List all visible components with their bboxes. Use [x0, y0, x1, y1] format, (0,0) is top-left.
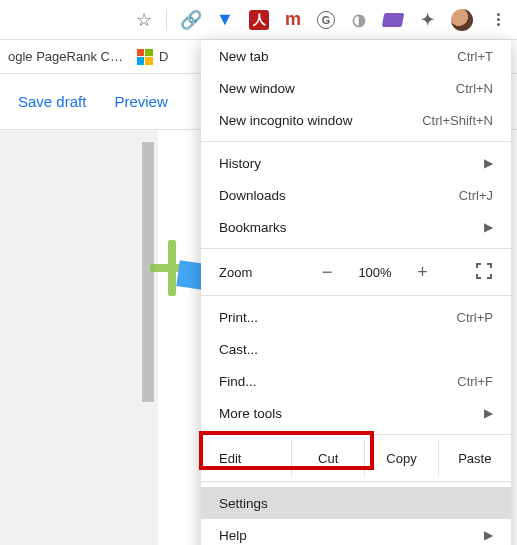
menu-history[interactable]: History ▶ — [201, 147, 511, 179]
bookmark-label: ogle PageRank C… — [8, 49, 123, 64]
menu-incognito[interactable]: New incognito window Ctrl+Shift+N — [201, 104, 511, 136]
zoom-in-button[interactable]: + — [414, 262, 432, 283]
menu-print[interactable]: Print... Ctrl+P — [201, 301, 511, 333]
menu-label: Downloads — [219, 188, 286, 203]
menu-label: New incognito window — [219, 113, 353, 128]
toolbar-separator — [166, 9, 167, 31]
chevron-right-icon: ▶ — [484, 156, 493, 170]
menu-help[interactable]: Help ▶ — [201, 519, 511, 545]
menu-separator — [201, 434, 511, 435]
menu-shortcut: Ctrl+Shift+N — [422, 113, 493, 128]
menu-label: Print... — [219, 310, 258, 325]
menu-separator — [201, 481, 511, 482]
bookmark-star-icon[interactable]: ☆ — [136, 9, 152, 31]
menu-label: New tab — [219, 49, 269, 64]
bookmark-item-d[interactable]: D — [137, 49, 168, 65]
chrome-main-menu: New tab Ctrl+T New window Ctrl+N New inc… — [201, 40, 511, 545]
extensions-puzzle-icon[interactable]: ✦ — [417, 10, 437, 30]
menu-label: New window — [219, 81, 295, 96]
menu-label: Cast... — [219, 342, 258, 357]
menu-separator — [201, 141, 511, 142]
menu-new-tab[interactable]: New tab Ctrl+T — [201, 40, 511, 72]
chevron-right-icon: ▶ — [484, 406, 493, 420]
fullscreen-icon[interactable] — [475, 262, 493, 283]
menu-cast[interactable]: Cast... — [201, 333, 511, 365]
menu-label: Settings — [219, 496, 268, 511]
save-draft-link[interactable]: Save draft — [18, 93, 86, 110]
zoom-out-button[interactable]: − — [318, 262, 336, 283]
menu-settings[interactable]: Settings — [201, 487, 511, 519]
menu-downloads[interactable]: Downloads Ctrl+J — [201, 179, 511, 211]
chevron-right-icon: ▶ — [484, 528, 493, 542]
scrollbar-thumb[interactable] — [142, 142, 154, 402]
chevron-right-icon: ▶ — [484, 220, 493, 234]
menu-label: Help — [219, 528, 247, 543]
menu-separator — [201, 248, 511, 249]
extension-circle-icon[interactable]: ◑ — [349, 10, 369, 30]
menu-shortcut: Ctrl+P — [457, 310, 493, 325]
preview-link[interactable]: Preview — [114, 93, 167, 110]
menu-shortcut: Ctrl+J — [459, 188, 493, 203]
menu-label: Zoom — [219, 265, 289, 280]
bookmark-label: D — [159, 49, 168, 64]
menu-zoom-row: Zoom − 100% + — [201, 254, 511, 290]
menu-cut[interactable]: Cut — [291, 440, 364, 476]
extension-grammarly-icon[interactable]: G — [317, 11, 335, 29]
menu-new-window[interactable]: New window Ctrl+N — [201, 72, 511, 104]
extension-shield-icon[interactable]: ▼ — [215, 10, 235, 30]
menu-edit-row: Edit Cut Copy Paste — [201, 440, 511, 476]
zoom-value: 100% — [358, 265, 391, 280]
menu-label: Bookmarks — [219, 220, 287, 235]
microsoft-logo-icon — [137, 49, 153, 65]
menu-bookmarks[interactable]: Bookmarks ▶ — [201, 211, 511, 243]
menu-label: History — [219, 156, 261, 171]
customize-menu-button[interactable] — [487, 9, 509, 31]
bookmark-item-pagerank[interactable]: ogle PageRank C… — [8, 49, 123, 64]
menu-copy[interactable]: Copy — [364, 440, 437, 476]
profile-avatar[interactable] — [451, 9, 473, 31]
menu-shortcut: Ctrl+F — [457, 374, 493, 389]
extension-m-icon[interactable]: m — [283, 10, 303, 30]
menu-separator — [201, 295, 511, 296]
browser-toolbar: ☆ 🔗 ▼ 人 m G ◑ ✦ — [0, 0, 517, 40]
menu-find[interactable]: Find... Ctrl+F — [201, 365, 511, 397]
menu-more-tools[interactable]: More tools ▶ — [201, 397, 511, 429]
menu-label: More tools — [219, 406, 282, 421]
extension-adobe-icon[interactable]: 人 — [249, 10, 269, 30]
menu-shortcut: Ctrl+T — [457, 49, 493, 64]
scrollbar-track[interactable] — [140, 142, 156, 533]
extension-link-icon[interactable]: 🔗 — [181, 10, 201, 30]
menu-shortcut: Ctrl+N — [456, 81, 493, 96]
extension-check-icon[interactable] — [382, 13, 404, 27]
menu-paste[interactable]: Paste — [438, 440, 511, 476]
menu-label: Edit — [201, 440, 291, 476]
menu-label: Find... — [219, 374, 257, 389]
